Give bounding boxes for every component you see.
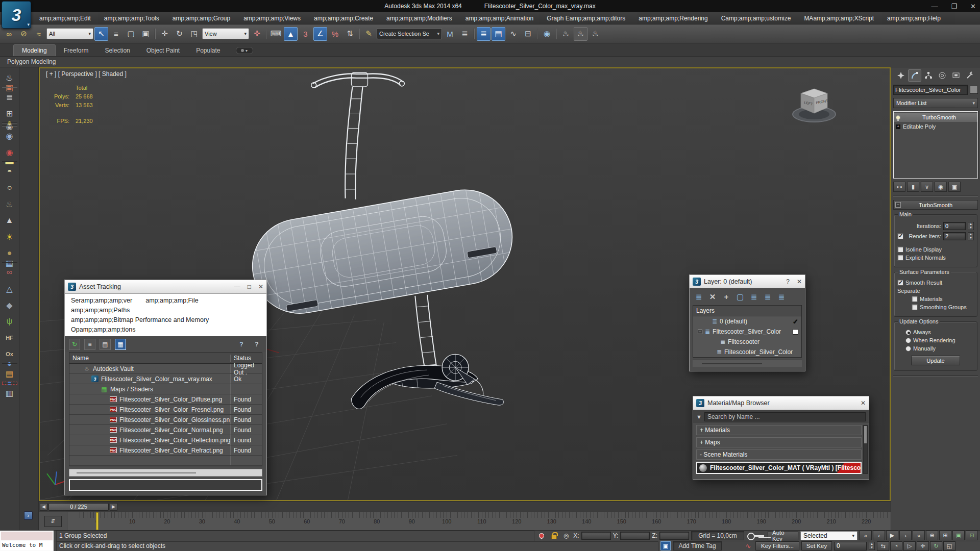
layer-properties-button[interactable]: ≣ bbox=[776, 292, 787, 302]
browser-section-header[interactable]: - Scene Materials bbox=[696, 449, 862, 460]
ribbon-tab[interactable]: Freeform bbox=[56, 45, 97, 56]
select-in-layer-button[interactable]: ▢ bbox=[735, 292, 745, 302]
tiles-icon[interactable]: ▦ bbox=[2, 261, 17, 264]
toolbar-separator[interactable] bbox=[555, 27, 558, 41]
horizontal-scrollbar[interactable] bbox=[693, 360, 802, 367]
select-and-move-icon[interactable]: ✛ bbox=[158, 27, 172, 41]
minimize-button[interactable]: — bbox=[234, 283, 240, 290]
align-icon[interactable]: ≣ bbox=[458, 27, 472, 41]
go-to-end-button[interactable]: » bbox=[913, 531, 925, 540]
keyboard-override-icon[interactable]: ⌨ bbox=[269, 27, 283, 41]
refresh-icon[interactable]: ↻ bbox=[69, 339, 80, 350]
table-view-icon[interactable]: ▦ bbox=[115, 339, 126, 350]
frame-spinner[interactable]: ▲▼ bbox=[869, 542, 875, 550]
context-help-icon[interactable]: ? bbox=[251, 339, 262, 350]
play-button[interactable]: ▶ bbox=[886, 531, 898, 540]
auto-key-button[interactable]: Auto Key bbox=[768, 531, 798, 540]
grass-icon[interactable]: ψ bbox=[3, 314, 17, 329]
camera-icon[interactable]: ◉ bbox=[2, 124, 17, 128]
add-time-tag[interactable]: Add Time Tag bbox=[673, 541, 722, 550]
unlink-selection-icon[interactable]: ⊘ bbox=[17, 27, 31, 41]
toolbar-separator[interactable] bbox=[154, 27, 157, 41]
asset-row[interactable]: PNGFlitescooter_Silver_Color_Reflection.… bbox=[69, 435, 262, 445]
render-frame-icon[interactable]: ▣ bbox=[2, 86, 17, 89]
time-configuration-button[interactable]: ◔ bbox=[890, 541, 902, 551]
ribbon-tab[interactable]: Modeling bbox=[13, 44, 56, 56]
menu-item[interactable]: Camp;amp;amp;ustomize bbox=[715, 13, 798, 23]
curve-editor-icon[interactable]: ∿ bbox=[506, 27, 520, 41]
zoom-icon[interactable]: ⊕ bbox=[926, 531, 938, 540]
ribbon-tab[interactable]: Selection bbox=[96, 45, 138, 56]
render-setup-icon[interactable]: ♨ bbox=[559, 27, 573, 41]
x-coordinate-field[interactable] bbox=[581, 532, 611, 540]
layer-state[interactable]: ✓ bbox=[793, 318, 798, 325]
create-tab[interactable] bbox=[894, 69, 908, 82]
status-column-header[interactable]: Status bbox=[231, 355, 262, 362]
pin-icon[interactable] bbox=[536, 532, 547, 540]
previous-frame-arrow[interactable]: ◀ bbox=[40, 503, 47, 511]
layer-row[interactable]: ≣ Flitescooter_Silver_Color bbox=[693, 347, 801, 357]
selection-lock-icon[interactable] bbox=[549, 532, 559, 540]
modifier-enabled-icon[interactable] bbox=[896, 115, 900, 120]
communicate-cube-icon[interactable]: ▣ bbox=[660, 541, 671, 550]
layer-manager-icon[interactable]: ≣ bbox=[477, 27, 491, 41]
sphere-blue-icon[interactable]: ● bbox=[2, 362, 17, 365]
maxscript-mini-listener[interactable]: Welcome to M bbox=[0, 531, 54, 551]
mirror-icon[interactable]: M bbox=[443, 27, 457, 41]
maximize-viewport-button[interactable]: ◱ bbox=[943, 541, 955, 551]
schematic-view-icon[interactable]: ⊟ bbox=[521, 27, 535, 41]
view-cube[interactable]: LEFT FRONT bbox=[790, 81, 839, 130]
mountain-icon[interactable]: ▲ bbox=[3, 213, 17, 228]
help-icon[interactable]: ? bbox=[236, 339, 247, 350]
layer-row[interactable]: − ≣ Flitescooter_Silver_Color bbox=[693, 327, 801, 337]
always-radio[interactable] bbox=[905, 330, 911, 335]
next-frame-arrow[interactable]: ▶ bbox=[110, 503, 117, 511]
percent-snap-icon[interactable]: % bbox=[328, 27, 342, 41]
set-key-button[interactable]: Set Key bbox=[801, 541, 832, 550]
window-crossing-icon[interactable]: ▣ bbox=[139, 27, 153, 41]
disc-light-icon[interactable]: ○ bbox=[3, 181, 17, 195]
expand-icon[interactable]: + bbox=[896, 124, 900, 129]
iterations-field[interactable]: 0 bbox=[943, 222, 966, 230]
menu-item[interactable]: amp;amp;amp;Views bbox=[237, 13, 307, 23]
zoom-all-icon[interactable]: ⊞ bbox=[939, 531, 951, 540]
expand-icon[interactable]: − bbox=[698, 330, 702, 334]
toolbar-separator[interactable] bbox=[358, 27, 361, 41]
toolbar-separator[interactable] bbox=[473, 27, 476, 41]
expand-panel-button[interactable]: › bbox=[24, 511, 33, 520]
zoom-extents-all-icon[interactable]: ⊡ bbox=[966, 531, 978, 540]
key-filters-button[interactable]: Key Filters... bbox=[755, 541, 799, 550]
polygon-modeling-tab[interactable]: Polygon Modeling bbox=[7, 58, 56, 65]
pin-stack-button[interactable]: ⊶ bbox=[893, 182, 905, 192]
layer-dialog-titlebar[interactable]: 3 Layer: 0 (default) ? ✕ bbox=[690, 275, 805, 288]
smooth-result-checkbox[interactable] bbox=[897, 280, 903, 286]
select-and-rotate-icon[interactable]: ↻ bbox=[173, 27, 186, 41]
menu-item[interactable]: amp;amp;amp;Edit bbox=[33, 13, 97, 23]
update-button[interactable]: Update bbox=[911, 356, 960, 365]
material-editor-icon[interactable]: ◉ bbox=[540, 27, 554, 41]
go-to-start-button[interactable]: « bbox=[860, 531, 872, 540]
close-button[interactable]: ✕ bbox=[861, 399, 866, 407]
asset-row[interactable]: PNGFlitescooter_Silver_Color_Glossiness.… bbox=[69, 415, 262, 425]
browser-section-header[interactable]: + Maps bbox=[696, 437, 862, 447]
key-selection-dropdown[interactable]: Selected bbox=[800, 531, 857, 540]
ribbon-tab[interactable]: Populate bbox=[188, 45, 228, 56]
asset-row[interactable]: PNGFlitescooter_Silver_Color_Fresnel.png… bbox=[69, 405, 262, 415]
next-frame-button[interactable]: › bbox=[899, 531, 912, 540]
listener-output-line[interactable]: Welcome to M bbox=[0, 540, 54, 551]
menu-item[interactable]: amp;amp;amp;Create bbox=[307, 13, 380, 23]
scene-material-item[interactable]: Flitescooter_Silver_Color_MAT ( VRayMtl … bbox=[696, 462, 862, 474]
asset-path-field[interactable] bbox=[69, 479, 262, 491]
materials-checkbox[interactable] bbox=[912, 296, 918, 302]
clipboard-icon[interactable]: ▥ bbox=[3, 386, 17, 400]
hierarchy-tab[interactable] bbox=[922, 69, 935, 82]
modify-tab[interactable] bbox=[908, 69, 921, 82]
close-button[interactable]: ✕ bbox=[258, 283, 263, 290]
material-browser-titlebar[interactable]: 3 Material/Map Browser ✕ bbox=[693, 396, 869, 410]
named-selection-dropdown[interactable]: Create Selection Se bbox=[377, 28, 442, 39]
dome-light-icon[interactable]: ◓ bbox=[3, 164, 17, 179]
name-column-header[interactable]: Name bbox=[69, 355, 231, 362]
select-layer-objects-button[interactable]: ≣ bbox=[749, 292, 759, 302]
bind-to-spacewarp-icon[interactable]: ≈ bbox=[32, 27, 45, 41]
filter-icon[interactable]: ▼ bbox=[696, 414, 702, 420]
